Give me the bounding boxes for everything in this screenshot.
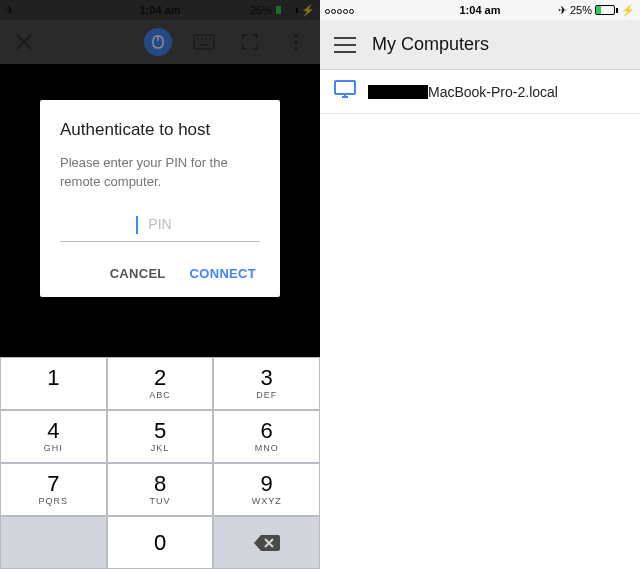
svg-rect-9 <box>335 81 355 94</box>
pin-input[interactable]: PIN <box>60 216 260 242</box>
svg-rect-5 <box>199 44 209 46</box>
keypad-key-4[interactable]: 4GHI <box>0 410 107 463</box>
svg-rect-4 <box>209 38 211 40</box>
keyboard-icon[interactable] <box>190 28 218 56</box>
keypad-backspace[interactable] <box>213 516 320 569</box>
app-toolbar <box>0 20 320 64</box>
menu-icon[interactable] <box>334 37 356 53</box>
keypad-key-1[interactable]: 1 <box>0 357 107 410</box>
svg-rect-1 <box>197 38 199 40</box>
text-cursor <box>136 216 138 234</box>
screen-header: My Computers <box>320 20 640 70</box>
keypad-key-7[interactable]: 7PQRS <box>0 463 107 516</box>
fullscreen-icon[interactable] <box>236 28 264 56</box>
battery-icon <box>275 5 298 15</box>
numeric-keypad: 1 2ABC 3DEF 4GHI 5JKL 6MNO 7PQRS 8TUV 9W… <box>0 357 320 569</box>
svg-rect-2 <box>201 38 203 40</box>
more-icon[interactable] <box>282 28 310 56</box>
status-time-right: 1:04 am <box>320 4 640 16</box>
connect-button[interactable]: CONNECT <box>190 266 256 281</box>
svg-point-7 <box>294 40 298 44</box>
backspace-icon <box>253 533 281 553</box>
svg-point-8 <box>294 47 298 51</box>
monitor-icon <box>334 80 356 104</box>
mouse-mode-button[interactable] <box>144 28 172 56</box>
status-bar-left: ✈ 1:04 am 25% ⚡ <box>0 0 320 20</box>
keypad-key-5[interactable]: 5JKL <box>107 410 214 463</box>
status-bar-right: 1:04 am ✈ 25% ⚡ <box>320 0 640 20</box>
auth-dialog: Authenticate to host Please enter your P… <box>40 100 280 297</box>
keypad-key-0[interactable]: 0 <box>107 516 214 569</box>
cancel-button[interactable]: CANCEL <box>110 266 166 281</box>
svg-point-6 <box>294 33 298 37</box>
svg-rect-0 <box>194 35 214 49</box>
battery-icon-right <box>595 5 618 15</box>
close-icon[interactable] <box>10 28 38 56</box>
status-time: 1:04 am <box>0 4 320 16</box>
dialog-message: Please enter your PIN for the remote com… <box>60 154 260 192</box>
computer-list-item[interactable]: MacBook-Pro-2.local <box>320 70 640 114</box>
page-title: My Computers <box>372 34 489 55</box>
keypad-key-6[interactable]: 6MNO <box>213 410 320 463</box>
keypad-blank <box>0 516 107 569</box>
computer-name: MacBook-Pro-2.local <box>368 84 558 100</box>
keypad-key-3[interactable]: 3DEF <box>213 357 320 410</box>
keypad-key-2[interactable]: 2ABC <box>107 357 214 410</box>
svg-rect-3 <box>205 38 207 40</box>
redacted-name-part <box>368 85 428 99</box>
pin-placeholder: PIN <box>148 216 171 232</box>
dialog-title: Authenticate to host <box>60 120 260 140</box>
keypad-key-9[interactable]: 9WXYZ <box>213 463 320 516</box>
keypad-key-8[interactable]: 8TUV <box>107 463 214 516</box>
